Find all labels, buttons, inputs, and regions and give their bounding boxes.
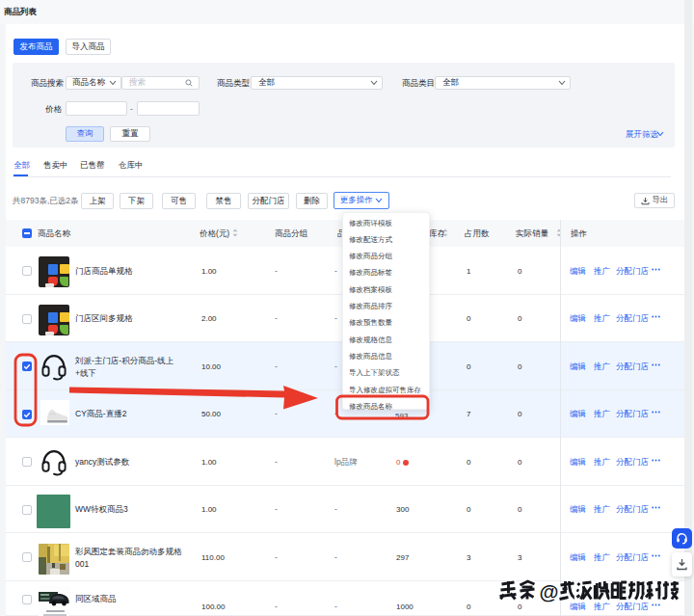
svg-text:@: @ <box>540 580 559 603</box>
